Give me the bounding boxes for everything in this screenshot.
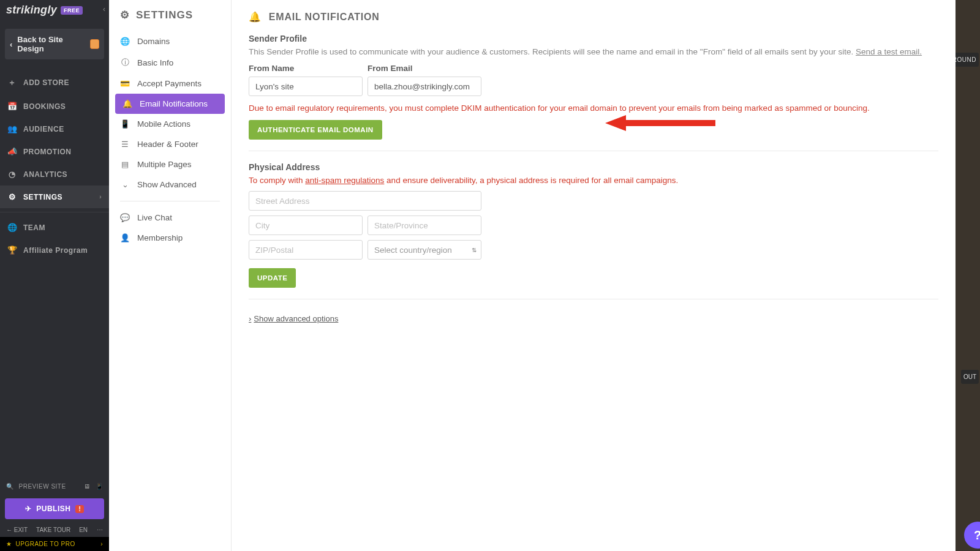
brand-row: strikingly FREE xyxy=(0,0,109,19)
nav-add-store[interactable]: ＋ ADD STORE xyxy=(0,70,109,95)
paper-plane-icon: ✈ xyxy=(25,504,32,513)
settings-divider xyxy=(120,201,220,201)
section-divider xyxy=(249,151,938,151)
nav-affiliate[interactable]: 🏆 Affiliate Program xyxy=(0,239,109,261)
publish-alert-badge: ! xyxy=(75,505,84,513)
back-label: Back to Site Design xyxy=(17,35,85,53)
sender-fields-row: From Name From Email xyxy=(249,64,938,96)
globe-icon: 🌐 xyxy=(120,37,130,46)
settings-subpanel: ⚙ SETTINGS 🌐Domains ⓘBasic Info 💳Accept … xyxy=(109,0,232,551)
promotion-icon: 📣 xyxy=(7,147,17,156)
card-icon: 💳 xyxy=(120,79,130,88)
nav-bookings[interactable]: 📅 BOOKINGS xyxy=(0,95,109,118)
site-thumbnail-icon xyxy=(90,39,99,49)
main-content: 🔔 EMAIL NOTIFICATION Sender Profile This… xyxy=(232,0,956,551)
publish-label: PUBLISH xyxy=(36,504,70,513)
trophy-icon: 🏆 xyxy=(7,246,17,255)
anti-spam-regulations-link[interactable]: anti-spam regulations xyxy=(305,176,384,185)
background-round-button[interactable]: ROUND xyxy=(956,53,979,67)
exit-button[interactable]: ← EXIT xyxy=(6,527,28,533)
settings-show-advanced[interactable]: ⌄Show Advanced xyxy=(109,174,231,195)
search-icon[interactable]: 🔍 xyxy=(6,483,14,490)
update-button[interactable]: UPDATE xyxy=(249,268,296,288)
editor-sidebar: strikingly FREE ‹ ‹ Back to Site Design … xyxy=(0,0,109,551)
settings-basic-info[interactable]: ⓘBasic Info xyxy=(109,51,231,73)
audience-icon: 👥 xyxy=(7,124,17,133)
settings-email-notifications[interactable]: 🔔Email Notifications xyxy=(115,94,225,114)
upgrade-label: UPGRADE TO PRO xyxy=(16,541,75,547)
nav-label: BOOKINGS xyxy=(23,102,66,111)
nav-analytics[interactable]: ◔ ANALYTICS xyxy=(0,163,109,186)
analytics-icon: ◔ xyxy=(7,170,17,179)
nav-team[interactable]: 🌐 TEAM xyxy=(0,216,109,239)
chevron-right-icon: › xyxy=(249,314,251,323)
team-icon: 🌐 xyxy=(7,223,17,232)
collapse-sidebar-icon[interactable]: ‹ xyxy=(103,5,105,13)
editor-nav: ＋ ADD STORE 📅 BOOKINGS 👥 AUDIENCE 📣 PROM… xyxy=(0,70,109,261)
bottom-bar: ← EXIT TAKE TOUR EN ⋯ xyxy=(0,523,109,537)
settings-title: ⚙ SETTINGS xyxy=(109,9,231,29)
sidebar-footer: 🔍 PREVIEW SITE 🖥 📱 ✈ PUBLISH ! ← EXIT TA… xyxy=(0,478,109,551)
upgrade-banner[interactable]: ★ UPGRADE TO PRO › xyxy=(0,537,109,551)
nav-settings[interactable]: ⚙ SETTINGS › xyxy=(0,186,109,208)
sender-profile-help: This Sender Profile is used to communica… xyxy=(249,47,938,56)
gear-icon: ⚙ xyxy=(7,192,17,201)
address-grid: Select country/region ⇅ xyxy=(249,191,938,260)
pages-icon: ▤ xyxy=(120,160,130,169)
nav-label: ADD STORE xyxy=(23,78,69,87)
send-test-email-link[interactable]: Send a test email. xyxy=(856,47,922,56)
state-input[interactable] xyxy=(368,216,481,235)
preview-label[interactable]: PREVIEW SITE xyxy=(19,483,66,490)
show-advanced-options-link[interactable]: › Show advanced options xyxy=(249,314,338,323)
nav-divider xyxy=(0,212,109,212)
settings-header-footer[interactable]: ☰Header & Footer xyxy=(109,134,231,154)
layout-icon: ☰ xyxy=(120,140,130,149)
desktop-preview-icon[interactable]: 🖥 xyxy=(84,483,91,490)
back-to-site-design-button[interactable]: ‹ Back to Site Design xyxy=(5,29,104,59)
bookings-icon: 📅 xyxy=(7,102,17,111)
nav-promotion[interactable]: 📣 PROMOTION xyxy=(0,140,109,163)
star-icon: ★ xyxy=(6,541,12,547)
svg-marker-0 xyxy=(605,115,715,131)
nav-label: Affiliate Program xyxy=(23,246,88,255)
settings-list: 🌐Domains ⓘBasic Info 💳Accept Payments 🔔E… xyxy=(109,31,231,248)
zip-input[interactable] xyxy=(249,240,363,260)
info-icon: ⓘ xyxy=(120,57,130,68)
from-email-label: From Email xyxy=(368,64,481,73)
help-bubble-button[interactable]: ? xyxy=(964,522,980,549)
annotation-arrow-icon xyxy=(605,115,715,131)
settings-multiple-pages[interactable]: ▤Multiple Pages xyxy=(109,154,231,174)
from-name-input[interactable] xyxy=(249,77,363,96)
user-icon: 👤 xyxy=(120,233,130,242)
nav-label: TEAM xyxy=(23,223,45,232)
authenticate-email-domain-button[interactable]: AUTHENTICATE EMAIL DOMAIN xyxy=(249,120,382,140)
mobile-preview-icon[interactable]: 📱 xyxy=(96,483,104,490)
settings-membership[interactable]: 👤Membership xyxy=(109,228,231,248)
nav-label: PROMOTION xyxy=(23,148,72,156)
from-email-input[interactable] xyxy=(368,77,481,96)
bell-icon: 🔔 xyxy=(249,11,262,23)
language-toggle[interactable]: EN xyxy=(79,527,88,533)
country-select[interactable]: Select country/region xyxy=(368,240,481,260)
settings-live-chat[interactable]: 💬Live Chat xyxy=(109,208,231,228)
settings-domains[interactable]: 🌐Domains xyxy=(109,31,231,51)
physical-address-title: Physical Address xyxy=(249,162,938,172)
section-divider xyxy=(249,299,938,299)
chevron-left-icon: ‹ xyxy=(10,40,12,49)
from-name-label: From Name xyxy=(249,64,363,73)
background-out-button[interactable]: OUT xyxy=(961,370,979,384)
more-menu-icon[interactable]: ⋯ xyxy=(97,527,103,533)
chevron-down-icon: ⌄ xyxy=(120,180,130,189)
nav-audience[interactable]: 👥 AUDIENCE xyxy=(0,118,109,140)
chat-icon: 💬 xyxy=(120,213,130,222)
settings-mobile-actions[interactable]: 📱Mobile Actions xyxy=(109,114,231,134)
publish-button[interactable]: ✈ PUBLISH ! xyxy=(5,498,104,519)
city-input[interactable] xyxy=(249,216,363,235)
background-page-strip: ROUND OUT ? xyxy=(956,0,980,551)
nav-label: AUDIENCE xyxy=(23,125,64,133)
settings-accept-payments[interactable]: 💳Accept Payments xyxy=(109,73,231,94)
dkim-warning-text: Due to email regulatory requirements, yo… xyxy=(249,103,938,113)
street-address-input[interactable] xyxy=(249,191,481,211)
nav-label: ANALYTICS xyxy=(23,170,67,179)
take-tour-button[interactable]: TAKE TOUR xyxy=(36,527,70,533)
